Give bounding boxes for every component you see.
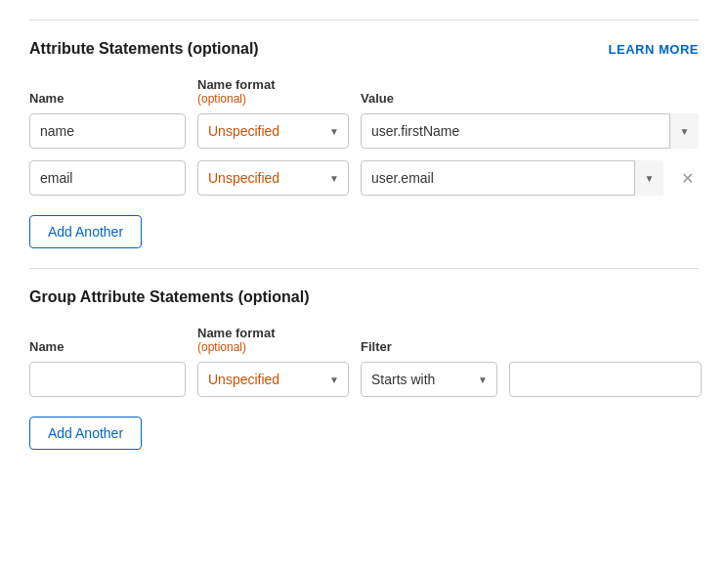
attribute-section-title: Attribute Statements (optional) [29,40,259,58]
group-format-header-label: Name format [197,326,349,340]
attribute-value-input-2[interactable] [361,160,664,196]
value-dropdown-btn-2[interactable]: ▼ [634,160,664,196]
group-format-select-wrapper-1: Unspecified URI Reference Basic ▼ [197,362,349,397]
group-filter-type-select-1[interactable]: Starts with Equals Contains Regex [361,362,497,397]
group-filter-header-label: Filter [361,339,699,354]
group-column-headers: Name Name format (optional) Filter [29,326,699,354]
group-name-column-header: Name [29,339,186,354]
group-section-header: Group Attribute Statements (optional) [29,288,699,306]
group-section-title: Group Attribute Statements (optional) [29,288,310,306]
attribute-section-header: Attribute Statements (optional) LEARN MO… [29,40,699,58]
name-column-header: Name [29,91,186,106]
group-name-input-1[interactable] [29,362,186,397]
group-attribute-statements-section: Group Attribute Statements (optional) Na… [29,268,699,469]
attribute-row-1: Unspecified URI Reference Basic ▼ ▼ [29,113,699,149]
name-header-label: Name [29,91,186,106]
attribute-statements-section: Attribute Statements (optional) LEARN MO… [29,20,699,268]
attribute-value-input-1[interactable] [361,113,699,149]
attribute-format-select-wrapper-2: Unspecified URI Reference Basic ▼ [197,160,349,196]
attribute-name-input-2[interactable] [29,160,186,196]
attribute-format-select-2[interactable]: Unspecified URI Reference Basic [197,160,349,196]
group-add-another-button[interactable]: Add Another [29,417,142,450]
group-format-select-1[interactable]: Unspecified URI Reference Basic [197,362,349,397]
group-row-1: Unspecified URI Reference Basic ▼ Starts… [29,362,699,397]
group-filter-column-header: Filter [361,339,699,354]
attribute-value-wrapper-2: ▼ [361,160,664,196]
attribute-name-input-1[interactable] [29,113,186,149]
attribute-column-headers: Name Name format (optional) Value [29,77,699,106]
group-format-header-sublabel: (optional) [197,340,349,354]
group-format-column-header: Name format (optional) [197,326,349,354]
page-container: Attribute Statements (optional) LEARN MO… [0,0,728,572]
attribute-row-2: Unspecified URI Reference Basic ▼ ▼ ✕ [29,160,699,196]
value-header-label: Value [361,91,699,106]
format-header-sublabel: (optional) [197,92,349,106]
attribute-format-select-1[interactable]: Unspecified URI Reference Basic [197,113,349,149]
learn-more-link[interactable]: LEARN MORE [609,42,699,57]
value-dropdown-btn-1[interactable]: ▼ [669,113,699,149]
attribute-format-select-wrapper-1: Unspecified URI Reference Basic ▼ [197,113,349,149]
attribute-add-another-button[interactable]: Add Another [29,215,142,248]
group-filter-value-input-1[interactable] [509,362,702,397]
format-column-header: Name format (optional) [197,77,349,106]
value-column-header: Value [361,91,699,106]
attribute-remove-btn-2[interactable]: ✕ [675,166,699,190]
attribute-value-wrapper-1: ▼ [361,113,699,149]
format-header-label: Name format [197,77,349,92]
group-name-header-label: Name [29,339,186,354]
group-filter-select-wrapper-1: Starts with Equals Contains Regex ▼ [361,362,497,397]
